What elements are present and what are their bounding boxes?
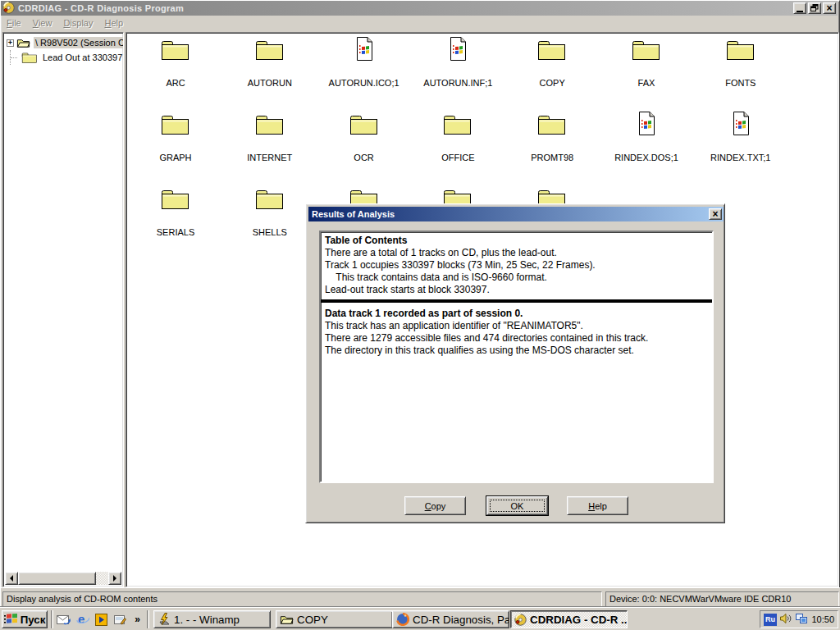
restore-icon xyxy=(810,3,819,13)
scroll-right-button[interactable] xyxy=(108,572,121,585)
tree-item-lead-out-at-330397[interactable]: Lead Out at 330397 xyxy=(5,50,121,65)
desktop-item-label: RINDEX.TXT;1 xyxy=(694,153,788,162)
restore-button[interactable] xyxy=(808,2,821,14)
folder-icon xyxy=(223,185,317,211)
desktop-item-copy[interactable]: COPY xyxy=(505,35,599,88)
quick-launch-overflow-chevron[interactable]: » xyxy=(130,612,145,627)
media-player-icon[interactable] xyxy=(94,612,109,627)
clock[interactable]: 10:50 xyxy=(811,614,834,624)
windows-logo-icon xyxy=(4,613,18,627)
desktop-item-internet[interactable]: INTERNET xyxy=(223,110,317,162)
analysis-line: There are 1279 accessible files and 474 … xyxy=(325,332,708,345)
dialog-close-button[interactable]: × xyxy=(709,208,722,220)
desktop-item-label: COPY xyxy=(505,78,599,88)
browser-icon xyxy=(396,613,409,626)
task-button-copy[interactable]: COPY xyxy=(276,610,393,628)
display-settings-icon[interactable] xyxy=(795,613,808,626)
tree-horizontal-scrollbar[interactable] xyxy=(5,572,121,585)
menu-view[interactable]: View xyxy=(27,16,58,30)
help-button[interactable]: Help xyxy=(567,496,628,515)
desktop-item-label: SHELLS xyxy=(223,227,317,237)
file-icon xyxy=(411,35,504,62)
statusbar: Display analysis of CD-ROM contents Devi… xyxy=(1,587,840,608)
analysis-line: The directory in this track qualifies as… xyxy=(325,345,708,357)
internet-explorer-icon[interactable]: e xyxy=(75,612,90,627)
task-button-1-winamp[interactable]: 1. - - Winamp xyxy=(153,610,271,628)
file-icon xyxy=(317,35,411,62)
system-tray: Ru 10:50 xyxy=(760,610,838,628)
file-icon xyxy=(694,110,788,136)
desktop-item-promt98[interactable]: PROMT98 xyxy=(505,110,599,162)
winamp-icon xyxy=(158,613,171,626)
minimize-icon xyxy=(797,11,803,12)
show-desktop-icon[interactable] xyxy=(112,612,128,627)
results-of-analysis-dialog: Results of Analysis × Table of ContentsT… xyxy=(305,203,725,523)
menu-help[interactable]: Help xyxy=(98,16,129,30)
session-tree-panel: \ R98V502 (Session CLead Out at 330397 xyxy=(2,32,124,587)
minimize-button[interactable] xyxy=(793,2,806,14)
language-indicator[interactable]: Ru xyxy=(764,614,777,626)
section-heading: Data track 1 recorded as part of session… xyxy=(325,308,708,320)
scrollbar-thumb[interactable] xyxy=(18,572,96,585)
scroll-right-icon xyxy=(113,575,120,582)
taskbar-separator xyxy=(51,610,53,628)
dialog-titlebar: Results of Analysis × xyxy=(308,207,724,221)
folder-icon xyxy=(600,35,693,62)
desktop-item-label: PROMT98 xyxy=(505,153,599,162)
start-button[interactable]: Пуск xyxy=(2,610,48,628)
desktop-item-autorun-inf-1[interactable]: AUTORUN.INF;1 xyxy=(411,35,504,88)
expand-plus-icon[interactable] xyxy=(7,39,14,47)
scroll-left-button[interactable] xyxy=(5,572,18,585)
section-heading: Table of Contents xyxy=(325,235,708,247)
tree-item-label: Lead Out at 330397 xyxy=(41,52,124,63)
section-divider xyxy=(321,299,712,303)
desktop-item-label: GRAPH xyxy=(129,153,222,162)
desktop-item-rindex-txt-1[interactable]: RINDEX.TXT;1 xyxy=(694,110,788,162)
task-label: CDRDIAG - CD-R ... xyxy=(530,614,628,626)
menu-display[interactable]: Display xyxy=(57,16,98,30)
copy-button[interactable]: Copy xyxy=(404,496,466,515)
desktop-item-autorun-ico-1[interactable]: AUTORUN.ICO;1 xyxy=(317,35,411,88)
desktop-item-arc[interactable]: ARC xyxy=(129,35,222,88)
tree-item-r98v502-session-c[interactable]: \ R98V502 (Session C xyxy=(5,35,121,50)
desktop-item-label: OCR xyxy=(317,153,411,162)
svg-text:e: e xyxy=(78,613,84,626)
dialog-title: Results of Analysis xyxy=(312,209,395,219)
desktop-item-label: INTERNET xyxy=(223,153,317,162)
menu-file[interactable]: File xyxy=(1,16,27,30)
start-button-label: Пуск xyxy=(21,614,46,626)
app-cd-icon xyxy=(2,2,15,16)
volume-icon[interactable] xyxy=(779,613,792,626)
desktop-item-fax[interactable]: FAX xyxy=(600,35,693,88)
outlook-express-icon[interactable] xyxy=(56,612,71,627)
analysis-line: This track has an application identifier… xyxy=(325,320,708,332)
desktop-item-rindex-dos-1[interactable]: RINDEX.DOS;1 xyxy=(600,110,693,162)
folder-icon xyxy=(505,110,599,136)
desktop-item-ocr[interactable]: OCR xyxy=(317,110,411,162)
folder-icon xyxy=(411,110,504,136)
desktop-item-label: AUTORUN.ICO;1 xyxy=(317,78,411,88)
folder-icon xyxy=(21,52,38,64)
close-button[interactable]: × xyxy=(823,2,836,14)
desktop-item-office[interactable]: OFFICE xyxy=(411,110,504,162)
analysis-text-box: Table of ContentsThere are a total of 1 … xyxy=(319,231,714,483)
folder-icon xyxy=(129,110,222,136)
folder-icon xyxy=(694,35,788,62)
analysis-line: There are a total of 1 tracks on CD, plu… xyxy=(325,247,708,259)
desktop-item-autorun[interactable]: AUTORUN xyxy=(223,35,317,88)
desktop-item-label: AUTORUN.INF;1 xyxy=(411,78,504,88)
tree-connector xyxy=(10,50,21,65)
desktop-item-fonts[interactable]: FONTS xyxy=(694,35,788,88)
desktop-item-label: AUTORUN xyxy=(223,78,317,88)
desktop-item-shells[interactable]: SHELLS xyxy=(223,185,317,237)
task-button-cdrdiag-cd-r[interactable]: CDRDIAG - CD-R ... xyxy=(510,610,628,628)
close-icon: × xyxy=(712,210,718,218)
task-button-cd-r-diagnosis-paul[interactable]: CD-R Diagnosis, Paul ... xyxy=(392,610,509,628)
desktop-item-serials[interactable]: SERIALS xyxy=(129,185,222,237)
desktop-item-label: SERIALS xyxy=(129,227,222,237)
scroll-left-icon xyxy=(7,575,13,582)
desktop-item-label: RINDEX.DOS;1 xyxy=(600,153,693,162)
ok-button[interactable]: OK xyxy=(486,496,548,515)
desktop-item-graph[interactable]: GRAPH xyxy=(129,110,222,162)
desktop-item-label: FAX xyxy=(600,78,693,88)
